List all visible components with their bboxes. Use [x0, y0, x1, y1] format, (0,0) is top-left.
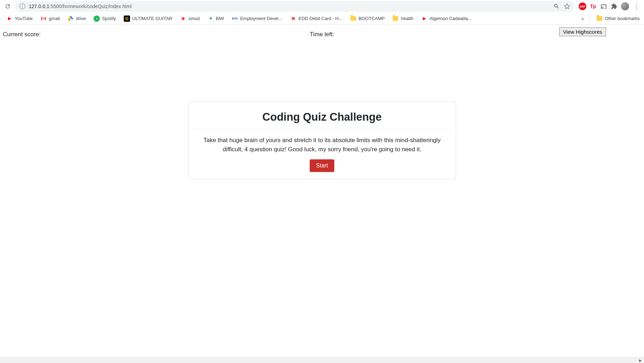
- separator: [590, 15, 590, 22]
- page-content: Current score: Time left: View Highscore…: [0, 25, 644, 182]
- drive-icon: [67, 15, 74, 22]
- bookmark-edd-debit[interactable]: EDD Debit Card - H...: [287, 14, 345, 23]
- time-left-label: Time left:: [310, 31, 334, 38]
- bookmark-label: ULTIMATE GUITAR: [132, 16, 172, 21]
- extensions-row: ABP Tp ⋮: [579, 2, 641, 11]
- other-bookmarks[interactable]: Other bookmarks: [593, 14, 640, 23]
- bookmark-label: Other bookmarks: [605, 16, 640, 21]
- ultimate-guitar-icon: G: [124, 15, 130, 22]
- bookmark-label: Employment Devel...: [240, 16, 282, 21]
- divider: [194, 129, 450, 129]
- profile-avatar[interactable]: [621, 2, 629, 11]
- address-bar[interactable]: i 127.0.0.1:5500/homework/codeQuiz/index…: [15, 1, 574, 12]
- spotify-icon: [94, 15, 100, 22]
- bookmarks-overflow-icon[interactable]: »: [579, 16, 586, 21]
- browser-toolbar: i 127.0.0.1:5500/homework/codeQuiz/index…: [0, 0, 644, 13]
- url-host: 127.0.0.1: [29, 4, 49, 9]
- bookmark-gmail[interactable]: gmail: [38, 14, 63, 23]
- bookmark-label: drive: [76, 16, 86, 21]
- current-score-label: Current score:: [3, 31, 41, 38]
- bookmark-youtube[interactable]: YouTube: [4, 14, 36, 23]
- start-button[interactable]: Start: [310, 159, 334, 172]
- reload-button[interactable]: [3, 1, 13, 11]
- bookmark-star-icon[interactable]: [564, 3, 570, 9]
- gmail-icon: [40, 15, 47, 22]
- bookmark-label: Spotify: [102, 16, 116, 21]
- edd-icon: EDD: [232, 15, 238, 22]
- quiz-card: Coding Quiz Challenge Take that huge bra…: [188, 101, 456, 179]
- cast-icon[interactable]: [600, 2, 607, 10]
- quiz-description: Take that huge brain of yours and stretc…: [202, 136, 442, 154]
- adblock-plus-icon[interactable]: ABP: [579, 2, 586, 10]
- bookmark-algernon[interactable]: Algernon Cadwalla...: [418, 14, 475, 23]
- bookmark-drive[interactable]: drive: [65, 14, 89, 23]
- bookmark-label: YouTube: [15, 16, 33, 21]
- youtube-icon: [6, 15, 13, 22]
- bookmark-bootcamp[interactable]: BOOTCAMP: [347, 14, 387, 23]
- site-info-icon[interactable]: i: [20, 4, 25, 9]
- folder-icon: [596, 15, 603, 22]
- zoom-icon[interactable]: [553, 3, 560, 9]
- bookmark-employment-devel[interactable]: EDD Employment Devel...: [229, 14, 285, 23]
- bookmark-label: smud: [188, 16, 200, 21]
- folder-icon: [392, 15, 399, 22]
- bookmark-smud[interactable]: smud: [177, 14, 202, 23]
- bookmark-label: health: [401, 16, 413, 21]
- browser-menu-icon[interactable]: ⋮: [632, 2, 641, 10]
- edd-card-icon: [290, 15, 296, 22]
- extensions-puzzle-icon[interactable]: [610, 2, 618, 10]
- bookmark-spotify[interactable]: Spotify: [91, 14, 119, 23]
- reload-icon: [5, 3, 11, 9]
- bookmark-label: BOOTCAMP: [359, 16, 385, 21]
- tp-extension-icon[interactable]: Tp: [589, 2, 597, 10]
- smud-icon: [180, 15, 186, 22]
- quiz-title: Coding Quiz Challenge: [194, 111, 450, 123]
- scroll-right-arrow-icon[interactable]: ▶: [637, 357, 643, 363]
- status-row: Current score: Time left: View Highscore…: [3, 27, 641, 42]
- bookmarks-bar: YouTube gmail drive Spotify G ULTIMATE G…: [0, 13, 644, 25]
- bookmark-label: BMI: [216, 16, 224, 21]
- view-highscores-button[interactable]: View Highscores: [559, 27, 606, 36]
- url-path: :5500/homework/codeQuiz/index.html: [49, 4, 131, 9]
- bookmark-label: EDD Debit Card - H...: [298, 16, 342, 21]
- bmi-icon: [207, 15, 214, 22]
- bookmark-ultimate-guitar[interactable]: G ULTIMATE GUITAR: [121, 14, 175, 23]
- bookmark-health[interactable]: health: [389, 14, 416, 23]
- folder-icon: [350, 15, 356, 22]
- bookmark-label: Algernon Cadwalla...: [430, 16, 472, 21]
- youtube-icon: [421, 15, 427, 22]
- bookmark-label: gmail: [49, 16, 60, 21]
- horizontal-scrollbar[interactable]: ▶: [0, 357, 644, 363]
- bookmark-bmi[interactable]: BMI: [205, 14, 227, 23]
